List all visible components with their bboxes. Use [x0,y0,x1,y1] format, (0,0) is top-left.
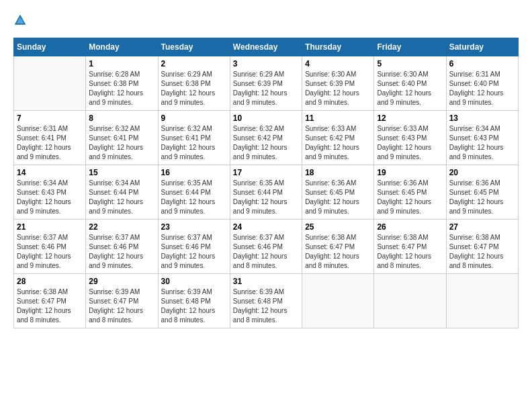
calendar-cell: 4Sunrise: 6:30 AMSunset: 6:39 PMDaylight… [302,56,374,111]
day-number: 1 [89,59,154,68]
logo-icon [13,13,27,27]
day-info: Sunrise: 6:39 AMSunset: 6:48 PMDaylight:… [233,287,299,325]
day-number: 11 [305,113,371,123]
day-info: Sunrise: 6:37 AMSunset: 6:46 PMDaylight:… [89,233,154,271]
calendar-cell: 24Sunrise: 6:37 AMSunset: 6:46 PMDayligh… [230,220,302,274]
day-info: Sunrise: 6:36 AMSunset: 6:45 PMDaylight:… [305,179,371,216]
day-number: 21 [17,222,83,232]
calendar-cell: 12Sunrise: 6:33 AMSunset: 6:43 PMDayligh… [374,111,446,165]
day-number: 15 [89,168,154,177]
calendar-week-row: 7Sunrise: 6:31 AMSunset: 6:41 PMDaylight… [14,111,519,165]
calendar-cell: 21Sunrise: 6:37 AMSunset: 6:46 PMDayligh… [14,220,86,274]
page-header [13,13,519,27]
day-info: Sunrise: 6:30 AMSunset: 6:40 PMDaylight:… [377,70,443,107]
day-info: Sunrise: 6:32 AMSunset: 6:42 PMDaylight:… [233,124,299,162]
day-number: 17 [233,168,299,177]
calendar-week-row: 21Sunrise: 6:37 AMSunset: 6:46 PMDayligh… [14,220,519,274]
day-info: Sunrise: 6:29 AMSunset: 6:38 PMDaylight:… [161,70,227,107]
day-info: Sunrise: 6:38 AMSunset: 6:47 PMDaylight:… [17,287,83,325]
calendar-cell: 16Sunrise: 6:35 AMSunset: 6:44 PMDayligh… [158,165,230,220]
calendar-cell: 6Sunrise: 6:31 AMSunset: 6:40 PMDaylight… [446,56,518,111]
day-info: Sunrise: 6:28 AMSunset: 6:38 PMDaylight:… [89,70,154,107]
calendar-cell: 29Sunrise: 6:39 AMSunset: 6:47 PMDayligh… [86,274,158,328]
calendar-cell [302,274,374,328]
calendar-cell: 3Sunrise: 6:29 AMSunset: 6:39 PMDaylight… [230,56,302,111]
day-header: Monday [86,38,158,56]
calendar-cell: 8Sunrise: 6:32 AMSunset: 6:41 PMDaylight… [86,111,158,165]
day-info: Sunrise: 6:37 AMSunset: 6:46 PMDaylight:… [17,233,83,271]
day-number: 4 [305,59,371,68]
day-info: Sunrise: 6:31 AMSunset: 6:40 PMDaylight:… [449,70,515,107]
calendar-cell: 20Sunrise: 6:36 AMSunset: 6:45 PMDayligh… [446,165,518,220]
calendar-cell: 23Sunrise: 6:37 AMSunset: 6:46 PMDayligh… [158,220,230,274]
day-number: 14 [17,168,83,177]
day-number: 22 [89,222,154,232]
day-number: 12 [377,113,443,123]
day-number: 20 [449,168,515,177]
calendar-cell: 7Sunrise: 6:31 AMSunset: 6:41 PMDaylight… [14,111,86,165]
day-header: Wednesday [230,38,302,56]
calendar-header-row: SundayMondayTuesdayWednesdayThursdayFrid… [14,38,519,56]
calendar-table: SundayMondayTuesdayWednesdayThursdayFrid… [13,38,519,328]
calendar-cell: 5Sunrise: 6:30 AMSunset: 6:40 PMDaylight… [374,56,446,111]
calendar-cell [446,274,518,328]
day-info: Sunrise: 6:38 AMSunset: 6:47 PMDaylight:… [449,233,515,271]
calendar-cell: 15Sunrise: 6:34 AMSunset: 6:44 PMDayligh… [86,165,158,220]
day-header: Tuesday [158,38,230,56]
calendar-cell: 28Sunrise: 6:38 AMSunset: 6:47 PMDayligh… [14,274,86,328]
day-info: Sunrise: 6:38 AMSunset: 6:47 PMDaylight:… [305,233,371,271]
day-number: 8 [89,113,154,123]
day-header: Saturday [446,38,518,56]
calendar-cell: 25Sunrise: 6:38 AMSunset: 6:47 PMDayligh… [302,220,374,274]
day-number: 10 [233,113,299,123]
day-number: 30 [161,277,227,286]
day-info: Sunrise: 6:30 AMSunset: 6:39 PMDaylight:… [305,70,371,107]
day-number: 16 [161,168,227,177]
calendar-cell: 30Sunrise: 6:39 AMSunset: 6:48 PMDayligh… [158,274,230,328]
day-number: 6 [449,59,515,68]
calendar-cell: 19Sunrise: 6:36 AMSunset: 6:45 PMDayligh… [374,165,446,220]
calendar-week-row: 14Sunrise: 6:34 AMSunset: 6:43 PMDayligh… [14,165,519,220]
day-number: 24 [233,222,299,232]
day-number: 26 [377,222,443,232]
day-info: Sunrise: 6:34 AMSunset: 6:44 PMDaylight:… [89,179,154,216]
calendar-cell [14,56,86,111]
day-number: 9 [161,113,227,123]
day-number: 28 [17,277,83,286]
calendar-cell: 31Sunrise: 6:39 AMSunset: 6:48 PMDayligh… [230,274,302,328]
day-header: Friday [374,38,446,56]
day-info: Sunrise: 6:36 AMSunset: 6:45 PMDaylight:… [377,179,443,216]
day-number: 29 [89,277,154,286]
day-info: Sunrise: 6:34 AMSunset: 6:43 PMDaylight:… [17,179,83,216]
calendar-cell: 1Sunrise: 6:28 AMSunset: 6:38 PMDaylight… [86,56,158,111]
calendar-cell: 2Sunrise: 6:29 AMSunset: 6:38 PMDaylight… [158,56,230,111]
day-info: Sunrise: 6:29 AMSunset: 6:39 PMDaylight:… [233,70,299,107]
day-info: Sunrise: 6:39 AMSunset: 6:48 PMDaylight:… [161,287,227,325]
calendar-cell: 9Sunrise: 6:32 AMSunset: 6:41 PMDaylight… [158,111,230,165]
day-info: Sunrise: 6:39 AMSunset: 6:47 PMDaylight:… [89,287,154,325]
day-info: Sunrise: 6:31 AMSunset: 6:41 PMDaylight:… [17,124,83,162]
day-header: Sunday [14,38,86,56]
calendar-cell: 27Sunrise: 6:38 AMSunset: 6:47 PMDayligh… [446,220,518,274]
day-info: Sunrise: 6:33 AMSunset: 6:42 PMDaylight:… [305,124,371,162]
calendar-cell [374,274,446,328]
day-number: 19 [377,168,443,177]
calendar-week-row: 1Sunrise: 6:28 AMSunset: 6:38 PMDaylight… [14,56,519,111]
calendar-cell: 11Sunrise: 6:33 AMSunset: 6:42 PMDayligh… [302,111,374,165]
day-info: Sunrise: 6:35 AMSunset: 6:44 PMDaylight:… [233,179,299,216]
day-info: Sunrise: 6:34 AMSunset: 6:43 PMDaylight:… [449,124,515,162]
calendar-cell: 17Sunrise: 6:35 AMSunset: 6:44 PMDayligh… [230,165,302,220]
day-info: Sunrise: 6:33 AMSunset: 6:43 PMDaylight:… [377,124,443,162]
day-number: 3 [233,59,299,68]
calendar-cell: 13Sunrise: 6:34 AMSunset: 6:43 PMDayligh… [446,111,518,165]
day-info: Sunrise: 6:32 AMSunset: 6:41 PMDaylight:… [161,124,227,162]
calendar-cell: 26Sunrise: 6:38 AMSunset: 6:47 PMDayligh… [374,220,446,274]
day-header: Thursday [302,38,374,56]
calendar-week-row: 28Sunrise: 6:38 AMSunset: 6:47 PMDayligh… [14,274,519,328]
day-info: Sunrise: 6:36 AMSunset: 6:45 PMDaylight:… [449,179,515,216]
calendar-cell: 10Sunrise: 6:32 AMSunset: 6:42 PMDayligh… [230,111,302,165]
day-number: 18 [305,168,371,177]
day-info: Sunrise: 6:37 AMSunset: 6:46 PMDaylight:… [233,233,299,271]
logo [13,13,30,27]
calendar-cell: 14Sunrise: 6:34 AMSunset: 6:43 PMDayligh… [14,165,86,220]
